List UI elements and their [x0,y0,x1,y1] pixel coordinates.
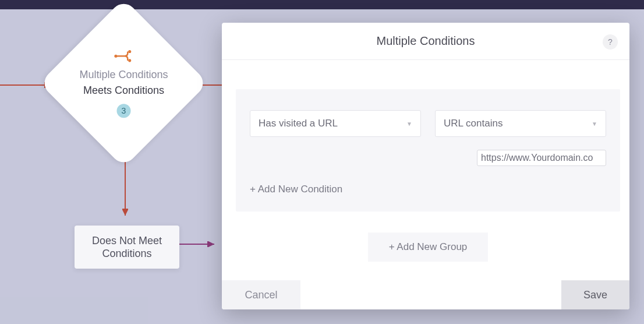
svg-point-5 [128,59,131,62]
modal-footer: Cancel Save [222,280,629,309]
diamond-count-badge: 3 [117,104,131,118]
save-button[interactable]: Save [561,280,629,309]
spacer [250,150,463,166]
conditions-modal: Multiple Conditions ? Has visited a URL … [222,23,629,309]
help-button[interactable]: ? [603,34,618,50]
cancel-button[interactable]: Cancel [222,280,300,309]
svg-point-6 [114,54,117,57]
add-group-button[interactable]: + Add New Group [368,233,488,262]
diamond-node[interactable]: Multiple Conditions Meets Conditions 3 [40,0,208,167]
match-type-select[interactable]: URL contains ▼ [435,110,606,137]
condition-type-select[interactable]: Has visited a URL ▼ [250,110,421,137]
modal-title: Multiple Conditions [377,34,475,48]
app-top-bar [0,0,644,9]
condition-type-value: Has visited a URL [259,118,338,129]
diamond-title: Multiple Conditions [79,69,168,81]
modal-body: Has visited a URL ▼ URL contains ▼ + Add… [222,60,629,280]
add-condition-button[interactable]: + Add New Condition [250,184,342,195]
match-type-value: URL contains [444,118,503,129]
chevron-down-icon: ▼ [406,121,412,127]
branch-icon [114,49,134,65]
rect-node-does-not-meet[interactable]: Does Not Meet Conditions [75,226,179,269]
url-input[interactable] [477,150,606,166]
diamond-subtitle: Meets Conditions [83,84,164,97]
arrow-rect-right [179,241,226,247]
footer-spacer [300,280,561,309]
condition-group: Has visited a URL ▼ URL contains ▼ + Add… [236,89,620,212]
modal-header: Multiple Conditions ? [222,23,629,60]
svg-point-4 [128,50,131,52]
chevron-down-icon: ▼ [592,121,597,127]
rect-node-label: Does Not Meet Conditions [92,234,162,260]
